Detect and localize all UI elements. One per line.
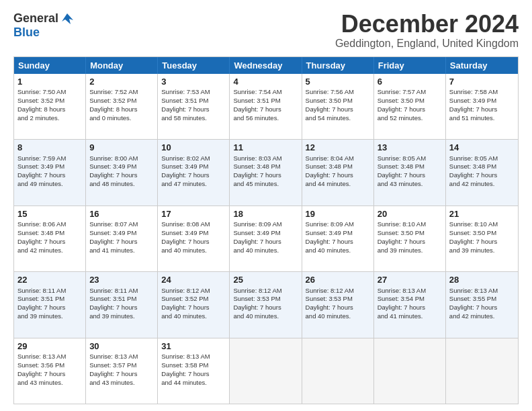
logo-blue-text: Blue xyxy=(13,26,40,40)
day-info-line: Sunset: 3:50 PM xyxy=(449,229,515,238)
calendar-cell: 14Sunrise: 8:05 AMSunset: 3:48 PMDayligh… xyxy=(446,140,518,205)
day-info-line: Daylight: 7 hours xyxy=(161,105,226,114)
day-info-line: Sunrise: 7:58 AM xyxy=(449,88,515,97)
day-number: 16 xyxy=(89,208,154,220)
day-info-line: Sunset: 3:52 PM xyxy=(161,295,226,304)
day-info-line: Sunset: 3:49 PM xyxy=(306,229,370,238)
day-number: 6 xyxy=(378,76,442,88)
calendar-row-3: 22Sunrise: 8:11 AMSunset: 3:51 PMDayligh… xyxy=(14,272,518,338)
day-number: 5 xyxy=(306,76,370,88)
logo-bird-icon xyxy=(60,11,75,26)
day-info-line: Sunset: 3:53 PM xyxy=(306,295,370,304)
day-info-line: Sunset: 3:49 PM xyxy=(161,229,226,238)
day-info-line: Daylight: 7 hours xyxy=(89,370,154,379)
day-info-line: Sunrise: 8:05 AM xyxy=(378,154,442,163)
day-info-line: Daylight: 7 hours xyxy=(89,238,154,246)
day-info-line: Sunset: 3:50 PM xyxy=(306,97,370,105)
day-info-line: Sunset: 3:49 PM xyxy=(17,163,82,171)
day-info-line: and 44 minutes. xyxy=(161,379,226,387)
day-info-line: Sunrise: 7:52 AM xyxy=(89,88,154,97)
calendar-cell: 7Sunrise: 7:58 AMSunset: 3:49 PMDaylight… xyxy=(446,74,518,139)
day-info-line: and 42 minutes. xyxy=(449,312,515,321)
calendar-body: 1Sunrise: 7:50 AMSunset: 3:52 PMDaylight… xyxy=(14,74,518,404)
calendar-cell: 5Sunrise: 7:56 AMSunset: 3:50 PMDaylight… xyxy=(302,74,374,139)
calendar-row-0: 1Sunrise: 7:50 AMSunset: 3:52 PMDaylight… xyxy=(14,74,518,140)
header-day-tuesday: Tuesday xyxy=(158,57,230,74)
day-info-line: Daylight: 7 hours xyxy=(449,171,515,180)
calendar-cell: 1Sunrise: 7:50 AMSunset: 3:52 PMDaylight… xyxy=(14,74,86,139)
day-info-line: Sunrise: 8:04 AM xyxy=(306,154,370,163)
day-info-line: and 45 minutes. xyxy=(233,180,298,189)
calendar-cell: 18Sunrise: 8:09 AMSunset: 3:49 PMDayligh… xyxy=(230,206,302,271)
calendar-row-1: 8Sunrise: 7:59 AMSunset: 3:49 PMDaylight… xyxy=(14,140,518,205)
day-info-line: Daylight: 7 hours xyxy=(449,304,515,312)
day-number: 23 xyxy=(89,274,154,286)
day-info-line: Sunset: 3:49 PM xyxy=(89,163,154,171)
calendar-cell: 4Sunrise: 7:54 AMSunset: 3:51 PMDaylight… xyxy=(230,74,302,139)
day-info-line: Daylight: 7 hours xyxy=(306,304,370,312)
day-info-line: and 44 minutes. xyxy=(306,180,370,189)
day-info-line: Sunset: 3:54 PM xyxy=(378,295,442,304)
day-number: 25 xyxy=(233,274,298,286)
header-day-friday: Friday xyxy=(374,57,446,74)
day-info-line: Daylight: 7 hours xyxy=(17,304,82,312)
calendar-cell: 19Sunrise: 8:09 AMSunset: 3:49 PMDayligh… xyxy=(302,206,374,271)
calendar-cell: 10Sunrise: 8:02 AMSunset: 3:49 PMDayligh… xyxy=(158,140,230,205)
calendar-cell: 24Sunrise: 8:12 AMSunset: 3:52 PMDayligh… xyxy=(158,272,230,337)
day-info-line: Sunrise: 7:56 AM xyxy=(306,88,370,97)
day-info-line: and 39 minutes. xyxy=(449,246,515,255)
day-info-line: Sunrise: 7:57 AM xyxy=(378,88,442,97)
day-number: 21 xyxy=(449,208,515,220)
day-info-line: Sunrise: 8:11 AM xyxy=(17,287,82,295)
day-info-line: and 39 minutes. xyxy=(89,312,154,321)
header-day-saturday: Saturday xyxy=(446,57,518,74)
day-info-line: and 48 minutes. xyxy=(89,180,154,189)
day-info-line: Daylight: 7 hours xyxy=(17,171,82,180)
day-info-line: Daylight: 7 hours xyxy=(449,105,515,114)
day-info-line: and 40 minutes. xyxy=(306,246,370,255)
day-info-line: Sunset: 3:51 PM xyxy=(89,295,154,304)
day-info-line: Daylight: 7 hours xyxy=(17,238,82,246)
day-info-line: Daylight: 7 hours xyxy=(449,238,515,246)
day-info-line: Daylight: 7 hours xyxy=(233,304,298,312)
day-info-line: and 39 minutes. xyxy=(17,312,82,321)
calendar-cell: 6Sunrise: 7:57 AMSunset: 3:50 PMDaylight… xyxy=(374,74,446,139)
day-info-line: Sunrise: 8:13 AM xyxy=(17,353,82,361)
header-day-monday: Monday xyxy=(86,57,158,74)
day-number: 4 xyxy=(233,76,298,88)
calendar-cell: 15Sunrise: 8:06 AMSunset: 3:48 PMDayligh… xyxy=(14,206,86,271)
day-info-line: and 54 minutes. xyxy=(306,114,370,123)
day-info-line: Sunset: 3:50 PM xyxy=(378,229,442,238)
calendar-cell: 27Sunrise: 8:13 AMSunset: 3:54 PMDayligh… xyxy=(374,272,446,337)
day-info-line: Sunrise: 8:12 AM xyxy=(161,287,226,295)
day-info-line: Sunset: 3:48 PM xyxy=(17,229,82,238)
calendar-cell: 21Sunrise: 8:10 AMSunset: 3:50 PMDayligh… xyxy=(446,206,518,271)
calendar-cell: 26Sunrise: 8:12 AMSunset: 3:53 PMDayligh… xyxy=(302,272,374,337)
day-info-line: Sunset: 3:48 PM xyxy=(378,163,442,171)
day-info-line: Sunset: 3:49 PM xyxy=(449,97,515,105)
day-info-line: Sunrise: 8:06 AM xyxy=(17,220,82,229)
day-info-line: Sunrise: 8:13 AM xyxy=(161,353,226,361)
day-number: 19 xyxy=(306,208,370,220)
day-info-line: Sunset: 3:55 PM xyxy=(449,295,515,304)
day-info-line: and 43 minutes. xyxy=(378,180,442,189)
day-info-line: Daylight: 7 hours xyxy=(306,238,370,246)
calendar-cell: 3Sunrise: 7:53 AMSunset: 3:51 PMDaylight… xyxy=(158,74,230,139)
day-number: 31 xyxy=(161,340,226,353)
day-info-line: Daylight: 7 hours xyxy=(89,304,154,312)
day-info-line: and 58 minutes. xyxy=(161,114,226,123)
day-info-line: Sunset: 3:48 PM xyxy=(233,163,298,171)
day-info-line: and 2 minutes. xyxy=(17,114,82,123)
day-info-line: Sunrise: 8:13 AM xyxy=(89,353,154,361)
day-info-line: Sunrise: 8:05 AM xyxy=(449,154,515,163)
header-day-thursday: Thursday xyxy=(302,57,374,74)
calendar-cell: 17Sunrise: 8:08 AMSunset: 3:49 PMDayligh… xyxy=(158,206,230,271)
day-info-line: Daylight: 7 hours xyxy=(233,171,298,180)
day-info-line: and 51 minutes. xyxy=(449,114,515,123)
title-section: December 2024 Geddington, England, Unite… xyxy=(335,11,519,50)
day-info-line: Sunrise: 7:53 AM xyxy=(161,88,226,97)
calendar-cell xyxy=(374,338,446,404)
day-info-line: Sunrise: 8:09 AM xyxy=(306,220,370,229)
day-number: 13 xyxy=(378,142,442,154)
day-number: 7 xyxy=(449,76,515,88)
